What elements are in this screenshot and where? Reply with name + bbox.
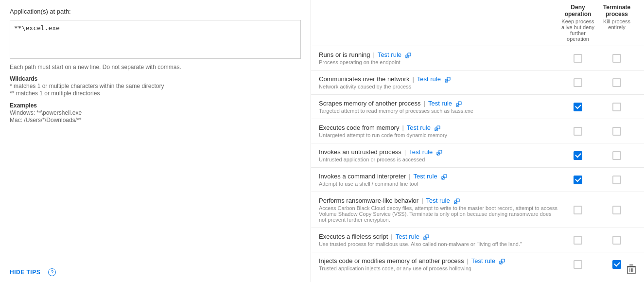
test-rule-link[interactable]: Test rule bbox=[428, 100, 452, 107]
external-link-icon bbox=[422, 233, 429, 240]
columns-header: Deny operation Keep process alive but de… bbox=[311, 0, 644, 46]
rule-separator: | bbox=[373, 51, 375, 58]
rule-desc: Attempt to use a shell / command line to… bbox=[319, 181, 558, 187]
rule-row: Executes code from memory|Test rule Unta… bbox=[311, 119, 644, 143]
test-rule-link[interactable]: Test rule bbox=[409, 148, 433, 156]
rule-checkboxes bbox=[558, 127, 636, 136]
rule-separator: | bbox=[467, 257, 468, 264]
deny-checkbox[interactable] bbox=[574, 206, 582, 214]
external-link-icon bbox=[404, 51, 411, 58]
deny-checkbox-cell bbox=[558, 127, 597, 136]
terminate-checkbox[interactable] bbox=[612, 151, 621, 160]
rule-title-text: Invokes an untrusted process bbox=[319, 148, 401, 156]
rule-row: Scrapes memory of another process|Test r… bbox=[311, 95, 644, 119]
external-link-icon bbox=[453, 197, 460, 204]
terminate-checkbox[interactable] bbox=[612, 78, 621, 87]
wildcards-label: Wildcards bbox=[10, 75, 301, 82]
deny-checkbox-cell bbox=[558, 54, 597, 63]
terminate-checkbox[interactable] bbox=[612, 176, 621, 184]
svg-rect-19 bbox=[629, 264, 633, 265]
delete-icon-container[interactable] bbox=[627, 264, 636, 276]
rule-desc: Network activity caused by the process bbox=[319, 84, 558, 89]
wildcards-section: Wildcards * matches 1 or multiple charac… bbox=[10, 75, 301, 97]
rule-row: Communicates over the network|Test rule … bbox=[311, 70, 644, 95]
rule-row: Invokes an untrusted process|Test rule U… bbox=[311, 143, 644, 168]
test-rule-link[interactable]: Test rule bbox=[414, 173, 437, 180]
rule-title-text: Executes a fileless script bbox=[319, 233, 388, 240]
rule-title-text: Runs or is running bbox=[319, 51, 370, 58]
terminate-checkbox[interactable] bbox=[612, 236, 621, 245]
rule-checkboxes bbox=[558, 151, 636, 160]
right-panel: Deny operation Keep process alive but de… bbox=[311, 0, 644, 282]
deny-checkbox[interactable] bbox=[574, 127, 582, 136]
test-rule-link[interactable]: Test rule bbox=[407, 124, 431, 131]
external-link-icon bbox=[435, 148, 442, 156]
rule-separator: | bbox=[409, 173, 410, 180]
rule-info-6: Performs ransomware-like behavior|Test r… bbox=[319, 197, 558, 223]
deny-column-header: Deny operation Keep process alive but de… bbox=[558, 4, 597, 42]
path-textarea[interactable]: **\excel.exe bbox=[10, 20, 301, 59]
terminate-checkbox-cell bbox=[597, 176, 636, 184]
hide-tips-button[interactable]: HIDE TIPS bbox=[10, 269, 40, 276]
external-link-icon bbox=[498, 257, 505, 264]
deny-checkbox[interactable] bbox=[574, 236, 582, 245]
rule-row: Executes a fileless script|Test rule Use… bbox=[311, 228, 644, 252]
deny-checkbox-cell bbox=[558, 206, 597, 214]
rule-separator: | bbox=[424, 100, 425, 107]
terminate-checkbox-cell bbox=[597, 54, 636, 63]
external-link-icon bbox=[455, 100, 462, 107]
terminate-checkbox[interactable] bbox=[612, 206, 621, 214]
rule-title-text: Invokes a command interpreter bbox=[319, 173, 406, 180]
rule-row: Runs or is running|Test rule Process ope… bbox=[311, 46, 644, 70]
rule-info-0: Runs or is running|Test rule Process ope… bbox=[319, 51, 558, 65]
example-line-2: Mac: /Users/*/Downloads/** bbox=[10, 117, 301, 123]
terminate-checkbox[interactable] bbox=[612, 260, 621, 269]
rule-title-text: Scrapes memory of another process bbox=[319, 100, 421, 107]
terminate-checkbox-cell bbox=[597, 206, 636, 214]
deny-checkbox[interactable] bbox=[574, 151, 582, 160]
deny-checkbox[interactable] bbox=[574, 260, 582, 269]
deny-checkbox-cell bbox=[558, 103, 597, 111]
deny-checkbox[interactable] bbox=[574, 54, 582, 63]
rule-title-text: Injects code or modifies memory of anoth… bbox=[319, 257, 464, 264]
rule-checkboxes bbox=[558, 78, 636, 87]
rule-desc: Use trusted process for malicious use. A… bbox=[319, 241, 558, 247]
terminate-checkbox-cell bbox=[597, 78, 636, 87]
rule-separator: | bbox=[402, 124, 403, 131]
deny-checkbox[interactable] bbox=[574, 78, 582, 87]
rule-separator: | bbox=[404, 148, 406, 156]
external-link-icon bbox=[440, 173, 447, 180]
rule-title-text: Executes code from memory bbox=[319, 124, 399, 131]
section-title: Application(s) at path: bbox=[10, 8, 301, 15]
rule-checkboxes bbox=[558, 260, 636, 269]
rule-checkboxes bbox=[558, 206, 636, 214]
terminate-checkbox-cell bbox=[597, 151, 636, 160]
terminate-checkbox[interactable] bbox=[612, 127, 621, 136]
wildcard-line-2: ** matches 1 or multiple directories bbox=[10, 90, 301, 97]
external-link-icon bbox=[434, 124, 440, 131]
external-link-icon bbox=[444, 75, 451, 83]
test-rule-link[interactable]: Test rule bbox=[471, 257, 495, 264]
help-icon[interactable]: ? bbox=[48, 268, 56, 276]
rule-info-7: Executes a fileless script|Test rule Use… bbox=[319, 233, 558, 247]
terminate-checkbox[interactable] bbox=[612, 54, 621, 63]
rule-checkboxes bbox=[558, 103, 636, 111]
rule-separator: | bbox=[421, 197, 423, 204]
rule-desc: Trusted application injects code, or any… bbox=[319, 265, 558, 271]
terminate-checkbox[interactable] bbox=[612, 103, 621, 111]
bottom-bar: HIDE TIPS ? bbox=[0, 263, 311, 282]
test-rule-link[interactable]: Test rule bbox=[396, 233, 419, 240]
terminate-checkbox-cell bbox=[597, 127, 636, 136]
rule-info-2: Scrapes memory of another process|Test r… bbox=[319, 100, 558, 114]
deny-checkbox[interactable] bbox=[574, 103, 582, 111]
terminate-column-header: Terminate process Kill process entirely bbox=[597, 4, 636, 30]
test-rule-link[interactable]: Test rule bbox=[378, 51, 401, 58]
test-rule-link[interactable]: Test rule bbox=[417, 75, 441, 83]
rule-info-5: Invokes a command interpreter|Test rule … bbox=[319, 173, 558, 187]
rule-desc: Untrusted application or process is acce… bbox=[319, 157, 558, 162]
rule-title-text: Performs ransomware-like behavior bbox=[319, 197, 418, 204]
rule-row: Injects code or modifies memory of anoth… bbox=[311, 252, 644, 276]
trash-icon bbox=[627, 264, 636, 275]
test-rule-link[interactable]: Test rule bbox=[426, 197, 450, 204]
deny-checkbox[interactable] bbox=[574, 176, 582, 184]
